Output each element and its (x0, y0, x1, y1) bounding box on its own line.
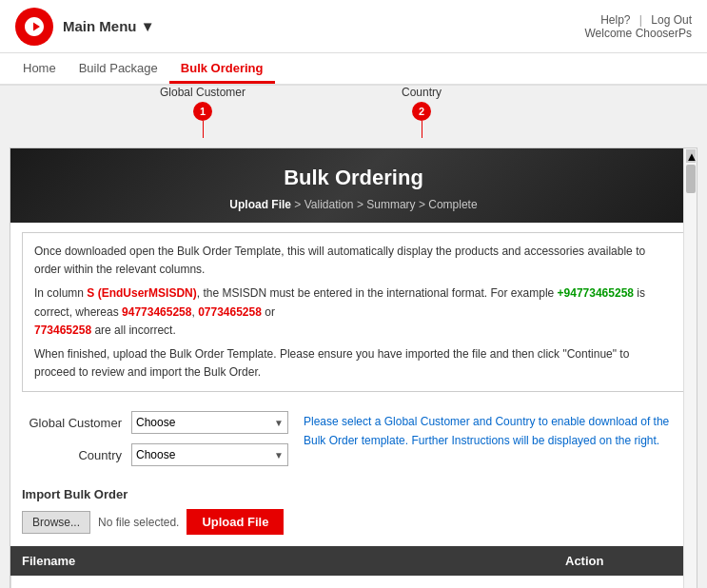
browse-button[interactable]: Browse... (22, 511, 90, 534)
import-section: Import Bulk Order Browse... No file sele… (10, 481, 697, 546)
callout-badge-2: 2 (412, 102, 431, 121)
info-line3: When finished, upload the Bulk Order Tem… (34, 345, 673, 382)
logout-link[interactable]: Log Out (651, 13, 692, 27)
breadcrumb-validation: Validation (304, 198, 354, 211)
info-line1: Once downloaded open the Bulk Order Temp… (34, 243, 673, 279)
welcome-text: Welcome ChooserPs (585, 27, 693, 40)
global-customer-select[interactable]: Choose (131, 411, 288, 434)
info-column-name: S (EndUserMSISDN) (87, 286, 196, 300)
import-title: Import Bulk Order (22, 487, 685, 501)
table-empty: No attachments added yet. (10, 576, 697, 588)
no-file-label: No file selected. (98, 516, 179, 529)
breadcrumb-sep2: > (354, 198, 367, 211)
navigation: Home Build Package Bulk Ordering (0, 53, 707, 86)
info-or: or (262, 305, 275, 319)
info-incorrect2: 0773465258 (198, 305, 262, 319)
breadcrumb-sep1: > (291, 198, 304, 211)
callout-label-1: Global Customer (160, 86, 245, 99)
col-filename: Filename (10, 546, 554, 576)
header-right: Help? | Log Out Welcome ChooserPs (585, 13, 693, 40)
breadcrumb-sep3: > (416, 198, 429, 211)
callout-line-2 (422, 121, 422, 138)
nav-home[interactable]: Home (11, 55, 68, 84)
global-customer-row: Global Customer Choose ▼ (22, 411, 288, 434)
vodafone-logo (15, 8, 53, 46)
nav-build-package[interactable]: Build Package (68, 55, 169, 84)
upload-button[interactable]: Upload File (187, 509, 284, 535)
callout-label-2: Country (402, 86, 442, 99)
nav-bulk-ordering[interactable]: Bulk Ordering (169, 55, 275, 84)
separator: | (639, 13, 642, 27)
info-line2-middle: , the MSISDN must be entered in the inte… (197, 286, 558, 300)
header-left: Main Menu ▼ (15, 8, 155, 46)
import-actions: Browse... No file selected. Upload File (22, 509, 685, 535)
scrollbar-thumb[interactable] (686, 165, 696, 193)
country-label: Country (22, 448, 131, 462)
header: Main Menu ▼ Help? | Log Out Welcome Choo… (0, 0, 707, 53)
breadcrumb-upload: Upload File (229, 198, 291, 211)
country-select[interactable]: Choose (131, 443, 288, 466)
breadcrumb: Upload File > Validation > Summary > Com… (26, 198, 681, 211)
info-incorrect1: 94773465258 (122, 305, 191, 319)
table-header: Filename Action (10, 546, 697, 576)
scrollbar-up-btn[interactable]: ▲ (686, 149, 696, 163)
help-link[interactable]: Help? (600, 13, 630, 27)
main-content: Bulk Ordering Upload File > Validation >… (10, 147, 697, 588)
info-correct: +94773465258 (558, 286, 634, 300)
callout-area: Global Customer 1 Country 2 (0, 86, 707, 147)
form-section: Global Customer Choose ▼ Country Choose (10, 402, 697, 481)
main-menu[interactable]: Main Menu ▼ (63, 18, 155, 34)
country-row: Country Choose ▼ (22, 443, 288, 466)
banner: Bulk Ordering Upload File > Validation >… (10, 148, 697, 223)
info-final: are all incorrect. (91, 323, 176, 337)
info-box: Once downloaded open the Bulk Order Temp… (22, 232, 685, 392)
scrollbar[interactable]: ▲ ▼ (683, 148, 697, 588)
breadcrumb-complete: Complete (428, 198, 477, 211)
global-customer-label: Global Customer (22, 416, 131, 430)
callout-global-customer: Global Customer 1 (160, 86, 245, 138)
banner-title: Bulk Ordering (26, 166, 681, 190)
info-line2: In column S (EndUserMSISDN), the MSISDN … (34, 284, 673, 340)
table-section: Filename Action No attachments added yet… (10, 546, 697, 588)
info-line2-prefix: In column (34, 286, 87, 300)
col-action: Action (554, 546, 697, 576)
info-incorrect3: 773465258 (34, 323, 91, 337)
form-hint: Please select a Global Customer and Coun… (304, 411, 685, 449)
form-fields: Global Customer Choose ▼ Country Choose (22, 411, 288, 466)
callout-country: Country 2 (402, 86, 442, 138)
callout-badge-1: 1 (193, 102, 212, 121)
breadcrumb-summary: Summary (366, 198, 415, 211)
global-customer-select-wrapper[interactable]: Choose ▼ (131, 411, 288, 434)
callout-line-1 (203, 121, 204, 138)
vodafone-icon (23, 15, 46, 38)
country-select-wrapper[interactable]: Choose ▼ (131, 443, 288, 466)
